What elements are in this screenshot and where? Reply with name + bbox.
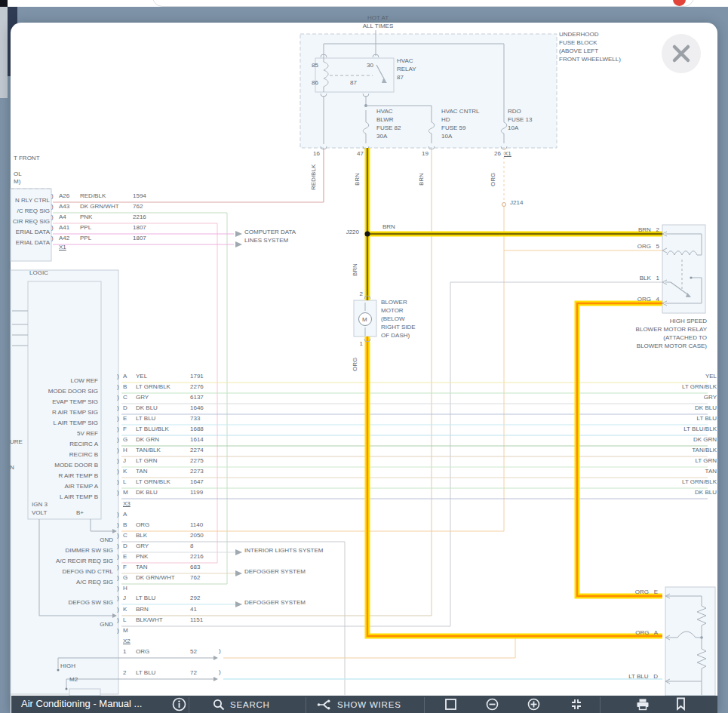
highlight-org-core [577, 303, 662, 596]
highlight-band [367, 337, 662, 636]
toolbar-divider [424, 697, 425, 713]
system-arrow-icon [235, 231, 242, 237]
bookmark-icon[interactable] [675, 697, 687, 713]
screen: { "bracket": ")", "toolbar": { "title": … [0, 0, 728, 713]
zoom-in-icon[interactable] [527, 698, 540, 713]
show-wires-icon [317, 699, 332, 711]
highlight-org-core [367, 337, 662, 636]
hs-relay-box [662, 225, 705, 313]
system-arrow-icon [235, 241, 242, 247]
close-button[interactable] [662, 34, 701, 73]
logic-box [28, 281, 101, 519]
m2-connector-box [69, 689, 100, 696]
center-view-icon[interactable] [570, 698, 583, 713]
toolbar-divider [306, 697, 306, 713]
wiring-diagram-canvas[interactable] [0, 0, 728, 713]
junction-dot [66, 688, 68, 690]
viewer-toolbar: Air Conditioning - Manual ... SEARCH SHO… [11, 696, 717, 713]
search-button[interactable]: SEARCH [213, 696, 270, 713]
j214-splice [502, 203, 506, 207]
show-wires-button[interactable]: SHOW WIRES [317, 696, 401, 713]
print-icon[interactable] [636, 698, 650, 713]
zoom-out-icon[interactable] [486, 698, 499, 713]
ecm-upper-box [11, 189, 51, 261]
junction-dot [57, 669, 60, 672]
system-arrow-icon [235, 549, 242, 555]
search-label: SEARCH [230, 700, 270, 709]
fit-page-icon[interactable] [444, 698, 457, 713]
toolbar-divider [189, 697, 189, 713]
blower-resistor-box [665, 587, 715, 696]
system-arrow-icon [235, 570, 242, 576]
highlight-band [577, 303, 662, 596]
toolbar-divider [600, 697, 601, 713]
highlight-brn-core [367, 148, 662, 300]
info-icon[interactable] [172, 697, 186, 713]
route-arrow-icon [213, 677, 218, 681]
blower-motor-symbol [359, 313, 372, 326]
diagram-title: Air Conditioning - Manual ... [21, 698, 142, 709]
route-arrow-icon [213, 656, 218, 660]
show-wires-label: SHOW WIRES [337, 700, 401, 709]
highlight-band [367, 148, 662, 300]
close-icon [671, 44, 691, 63]
j220-junction [365, 232, 370, 237]
search-icon [213, 699, 225, 711]
junction-dot [690, 276, 692, 278]
system-arrow-icon [235, 601, 242, 607]
